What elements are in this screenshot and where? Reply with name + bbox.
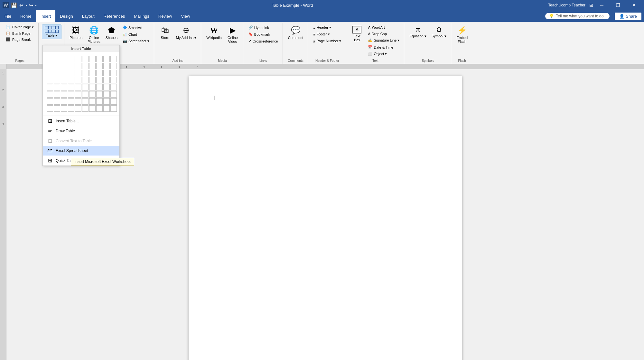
symbol-button[interactable]: Ω Symbol ▾: [430, 24, 448, 40]
grid-cell[interactable]: [89, 105, 96, 112]
grid-cell[interactable]: [68, 91, 74, 98]
grid-cell[interactable]: [75, 70, 81, 76]
insert-table-item[interactable]: ⊞ Insert Table...: [43, 116, 119, 126]
grid-cell[interactable]: [89, 56, 96, 62]
grid-cell[interactable]: [61, 70, 67, 76]
bookmark-button[interactable]: 🔖 Bookmark: [247, 31, 280, 37]
menu-layout[interactable]: Layout: [78, 10, 99, 22]
grid-cell[interactable]: [61, 77, 67, 83]
grid-cell[interactable]: [54, 91, 60, 98]
grid-cell[interactable]: [82, 91, 89, 98]
grid-cell[interactable]: [96, 105, 103, 112]
grid-cell[interactable]: [96, 91, 103, 98]
grid-cell[interactable]: [54, 98, 60, 105]
grid-cell[interactable]: [47, 63, 53, 69]
table-grid-cells[interactable]: [45, 54, 117, 113]
grid-cell[interactable]: [54, 70, 60, 76]
store-button[interactable]: 🛍 Store: [157, 24, 173, 41]
grid-cell[interactable]: [61, 63, 67, 69]
grid-cell[interactable]: [82, 56, 89, 62]
quick-undo-dropdown[interactable]: ▾: [25, 4, 27, 7]
chart-button[interactable]: 📊 Chart: [121, 31, 151, 37]
grid-cell[interactable]: [47, 84, 53, 90]
online-video-button[interactable]: ▶ OnlineVideo: [225, 24, 240, 45]
online-pictures-button[interactable]: 🌐 OnlinePictures: [86, 24, 102, 45]
grid-cell[interactable]: [61, 84, 67, 90]
grid-cell[interactable]: [68, 56, 74, 62]
screenshot-button[interactable]: 📷 Screenshot ▾: [121, 38, 151, 44]
grid-cell[interactable]: [47, 77, 53, 83]
share-button[interactable]: 👤 Share: [615, 13, 641, 20]
datetime-button[interactable]: 📅 Date & Time: [366, 44, 401, 50]
quick-redo[interactable]: ↪: [29, 2, 33, 8]
grid-cell[interactable]: [110, 84, 117, 90]
grid-cell[interactable]: [103, 77, 110, 83]
grid-cell[interactable]: [89, 70, 96, 76]
minimize-button[interactable]: ─: [594, 0, 609, 10]
grid-cell[interactable]: [89, 98, 96, 105]
equation-button[interactable]: π Equation ▾: [407, 24, 428, 40]
grid-cell[interactable]: [110, 70, 117, 76]
grid-cell[interactable]: [68, 84, 74, 90]
dropcap-button[interactable]: A Drop Cap: [366, 31, 401, 37]
grid-cell[interactable]: [103, 105, 110, 112]
grid-cell[interactable]: [47, 98, 53, 105]
grid-cell[interactable]: [96, 70, 103, 76]
grid-cell[interactable]: [82, 84, 89, 90]
shapes-button[interactable]: ⬟ Shapes: [104, 24, 119, 41]
grid-cell[interactable]: [110, 98, 117, 105]
my-addins-button[interactable]: ⊕ My Add-ins ▾: [174, 24, 198, 41]
grid-cell[interactable]: [75, 105, 81, 112]
settings-icon[interactable]: ⊞: [589, 3, 593, 8]
hyperlink-button[interactable]: 🔗 Hyperlink: [247, 24, 280, 31]
grid-cell[interactable]: [47, 56, 53, 62]
textbox-button[interactable]: A TextBox: [349, 24, 365, 43]
grid-cell[interactable]: [89, 77, 96, 83]
menu-design[interactable]: Design: [55, 10, 77, 22]
grid-cell[interactable]: [89, 84, 96, 90]
grid-cell[interactable]: [110, 56, 117, 62]
grid-cell[interactable]: [61, 105, 67, 112]
excel-spreadsheet-item[interactable]: 🗃 Excel Spreadsheet: [43, 146, 119, 156]
blank-page-button[interactable]: 📋 Blank Page: [4, 31, 36, 36]
grid-cell[interactable]: [82, 77, 89, 83]
grid-cell[interactable]: [103, 98, 110, 105]
menu-insert[interactable]: Insert: [36, 10, 56, 22]
grid-cell[interactable]: [75, 63, 81, 69]
comment-button[interactable]: 💬 Comment: [286, 24, 305, 41]
grid-cell[interactable]: [82, 98, 89, 105]
grid-cell[interactable]: [96, 84, 103, 90]
grid-cell[interactable]: [68, 63, 74, 69]
grid-cell[interactable]: [54, 105, 60, 112]
cover-page-button[interactable]: 📄 Cover Page ▾: [4, 24, 36, 30]
menu-file[interactable]: File: [0, 10, 16, 22]
header-button[interactable]: ≡ Header ▾: [311, 24, 343, 31]
grid-cell[interactable]: [82, 105, 89, 112]
grid-cell[interactable]: [47, 91, 53, 98]
grid-cell[interactable]: [54, 56, 60, 62]
menu-view[interactable]: View: [176, 10, 194, 22]
footer-button[interactable]: ≡ Footer ▾: [311, 31, 343, 37]
grid-cell[interactable]: [96, 98, 103, 105]
grid-cell[interactable]: [75, 84, 81, 90]
grid-cell[interactable]: [103, 63, 110, 69]
grid-cell[interactable]: [110, 105, 117, 112]
menu-home[interactable]: Home: [16, 10, 36, 22]
pictures-button[interactable]: 🖼 Pictures: [68, 24, 84, 41]
grid-cell[interactable]: [75, 56, 81, 62]
grid-cell[interactable]: [68, 105, 74, 112]
close-button[interactable]: ✕: [627, 0, 641, 10]
grid-cell[interactable]: [68, 70, 74, 76]
maximize-button[interactable]: ❐: [611, 0, 625, 10]
grid-cell[interactable]: [103, 84, 110, 90]
signature-button[interactable]: ✍ Signature Line ▾: [366, 37, 401, 43]
embed-flash-button[interactable]: ⚡ EmbedFlash: [454, 24, 470, 45]
grid-cell[interactable]: [54, 63, 60, 69]
grid-cell[interactable]: [103, 56, 110, 62]
grid-cell[interactable]: [82, 63, 89, 69]
grid-cell[interactable]: [96, 56, 103, 62]
grid-cell[interactable]: [96, 63, 103, 69]
grid-cell[interactable]: [82, 70, 89, 76]
draw-table-item[interactable]: ✏ Draw Table: [43, 126, 119, 136]
smartart-button[interactable]: 🔷 SmartArt: [121, 24, 151, 31]
